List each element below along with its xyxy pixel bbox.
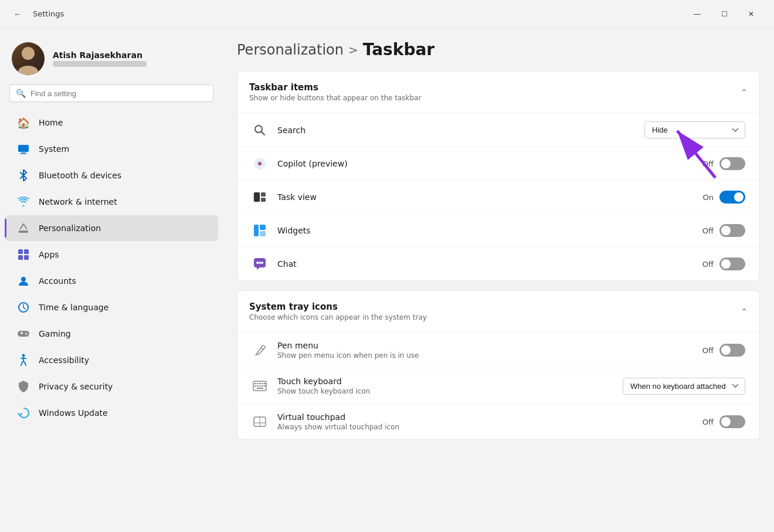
svg-rect-33 [257,383,259,384]
sidebar-item-bluetooth[interactable]: Bluetooth & devices [5,162,218,188]
sidebar-label-system: System [39,144,69,154]
chat-toggle[interactable] [719,257,745,270]
svg-rect-1 [21,153,26,154]
pen-menu-row-content: Pen menu Show pen menu icon when pen is … [277,341,693,360]
sidebar-item-update[interactable]: Windows Update [5,400,218,426]
sidebar-item-personalization[interactable]: Personalization [5,215,218,241]
system-tray-title: System tray icons [249,301,427,312]
widgets-row-label: Widgets [277,226,693,235]
touch-keyboard-dropdown[interactable]: When no keyboard attached Never Always [623,378,745,395]
sidebar-label-personalization: Personalization [39,223,101,233]
chat-row-control: Off [702,257,745,270]
touch-keyboard-sublabel: Show touch keyboard icon [277,387,613,395]
personalization-icon [16,221,30,235]
search-container: 🔍 [0,84,223,109]
system-tray-header[interactable]: System tray icons Choose which icons can… [237,291,759,333]
chat-state-label: Off [702,260,714,269]
minimize-button[interactable]: — [684,5,711,23]
svg-rect-36 [264,383,266,384]
pen-menu-state-label: Off [702,346,714,355]
apps-icon [16,248,30,262]
pen-menu-toggle[interactable] [719,344,745,357]
sidebar-label-accounts: Accounts [39,276,76,286]
svg-point-29 [261,262,263,264]
svg-rect-6 [18,255,23,260]
taskbar-items-subtitle: Show or hide buttons that appear on the … [249,94,421,102]
taskview-row-label: Task view [277,192,694,202]
svg-rect-38 [257,385,259,387]
close-button[interactable]: ✕ [738,5,765,23]
taskview-state-label: On [703,193,714,202]
svg-point-17 [255,126,262,133]
sidebar-label-apps: Apps [39,250,59,259]
sidebar-item-home[interactable]: 🏠 Home [5,110,218,135]
pen-menu-label: Pen menu [277,341,693,350]
svg-rect-5 [24,249,29,254]
search-row-control: Hide Search icon only Search icon and la… [644,121,745,138]
svg-point-14 [26,334,28,335]
svg-point-13 [25,333,26,334]
virtual-touchpad-state-label: Off [702,418,714,426]
taskbar-items-chevron: ⌃ [741,87,748,97]
sidebar-item-accessibility[interactable]: Accessibility [5,347,218,373]
user-profile[interactable]: Atish Rajasekharan [0,38,223,84]
taskview-row: Task view On [237,181,759,214]
privacy-icon [16,379,30,394]
sidebar-item-system[interactable]: System [5,136,218,162]
svg-rect-0 [18,145,29,152]
svg-point-15 [22,354,25,357]
system-tray-chevron: ⌃ [741,307,748,316]
svg-rect-41 [264,385,266,387]
user-name: Atish Rajasekharan [53,50,211,60]
widgets-toggle[interactable] [719,224,745,237]
maximize-button[interactable]: ☐ [711,5,738,23]
chat-row-content: Chat [277,259,693,269]
widgets-row: Widgets Off [237,214,759,248]
accessibility-icon [16,353,30,367]
copilot-toggle[interactable] [719,157,745,170]
user-info: Atish Rajasekharan [53,50,211,67]
pen-menu-row: Pen menu Show pen menu icon when pen is … [237,333,759,368]
sidebar-item-accounts[interactable]: Accounts [5,268,218,294]
taskview-toggle[interactable] [719,191,745,204]
back-button[interactable]: ← [9,6,26,22]
home-icon: 🏠 [16,116,30,130]
virtual-touchpad-row-control: Off [702,415,745,428]
copilot-row-label: Copilot (preview) [277,159,693,168]
search-dropdown[interactable]: Hide Search icon only Search icon and la… [644,121,745,138]
gaming-icon [16,327,30,341]
sidebar: Atish Rajasekharan 🔍 🏠 Home System [0,28,223,532]
svg-rect-37 [254,385,256,387]
widgets-state-label: Off [702,226,714,235]
search-row: Search Hide Search icon only Search icon… [237,113,759,147]
sidebar-label-update: Windows Update [39,408,108,418]
svg-line-30 [261,347,263,350]
breadcrumb-parent[interactable]: Personalization [237,42,344,58]
sidebar-item-apps[interactable]: Apps [5,242,218,267]
pen-menu-icon [252,342,268,358]
system-icon [16,142,30,156]
virtual-touchpad-toggle[interactable] [719,415,745,428]
sidebar-label-privacy: Privacy & security [39,382,113,391]
sidebar-item-network[interactable]: Network & internet [5,189,218,215]
sidebar-label-accessibility: Accessibility [39,355,89,365]
search-row-icon [252,122,268,138]
virtual-touchpad-label: Virtual touchpad [277,412,693,422]
svg-rect-40 [262,385,263,387]
svg-rect-21 [261,192,266,196]
widgets-row-control: Off [702,224,745,237]
svg-rect-25 [260,231,266,236]
accounts-icon [16,274,30,288]
sidebar-nav: 🏠 Home System Bluetooth & devices [0,109,223,426]
virtual-touchpad-row-content: Virtual touchpad Always show virtual tou… [277,412,693,431]
svg-point-28 [259,262,261,264]
search-box[interactable]: 🔍 [9,84,213,102]
sidebar-item-gaming[interactable]: Gaming [5,321,218,347]
sidebar-item-privacy[interactable]: Privacy & security [5,374,218,399]
sidebar-item-time[interactable]: Time & language [5,294,218,320]
chat-row-label: Chat [277,259,693,269]
taskbar-items-header[interactable]: Taskbar items Show or hide buttons that … [237,72,759,113]
search-input[interactable] [30,89,207,98]
chat-icon [252,256,268,272]
svg-point-8 [21,277,26,282]
